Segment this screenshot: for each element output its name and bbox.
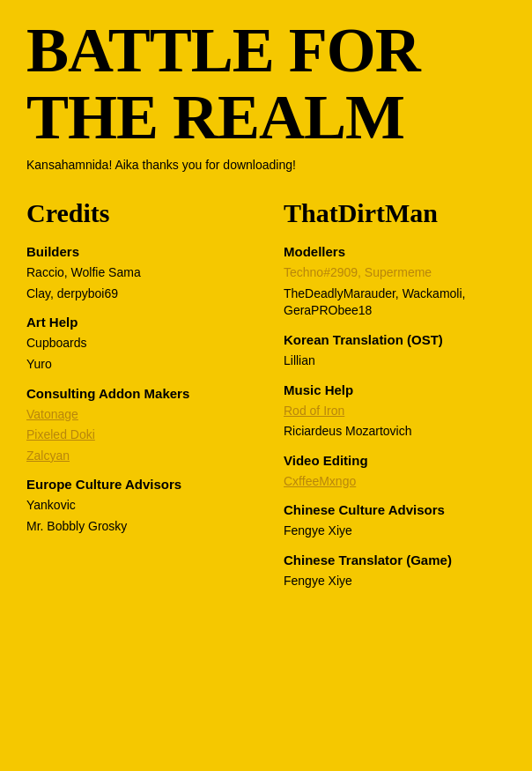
left-column: Credits BuildersRaccio, Wolfie SamaClay,… [26, 198, 257, 593]
section-title: Video Editing [284, 453, 506, 468]
section-title: Modellers [284, 244, 506, 259]
section-title: Music Help [284, 382, 506, 397]
section-item: Raccio, Wolfie Sama [26, 264, 248, 282]
right-column: ThatDirtMan ModellersTechno#2909, Superm… [275, 198, 506, 593]
subtitle: Kansahamnida! Aika thanks you for downlo… [26, 158, 506, 172]
section-item: TheDeadlyMarauder, Wackamoli, GeraPRObee… [284, 285, 506, 320]
page-title: BATTLE FORTHE REALM [26, 18, 506, 151]
section-item: Fengye Xiye [284, 573, 506, 590]
section-item[interactable]: Zalcyan [26, 448, 248, 465]
section-title: Europe Culture Advisors [26, 477, 248, 492]
section-title: Chinese Culture Advisors [284, 502, 506, 517]
section-item: Riciardeus Mozartovich [284, 423, 506, 441]
section-item: Lillian [284, 352, 506, 370]
right-sections: ModellersTechno#2909, SupermemeTheDeadly… [284, 244, 506, 589]
section-item: Clay, derpyboi69 [26, 285, 248, 303]
section-item: Fengye Xiye [284, 523, 506, 540]
right-column-header: ThatDirtMan [284, 198, 506, 228]
section-title: Consulting Addon Makers [26, 386, 248, 401]
section-title: Art Help [26, 315, 248, 330]
section-item: Yuro [26, 356, 248, 374]
section-title: Korean Translation (OST) [284, 332, 506, 347]
left-column-header: Credits [26, 198, 248, 228]
section-item[interactable]: Pixeled Doki [26, 426, 248, 444]
section-title: Chinese Translator (Game) [284, 552, 506, 567]
section-item: Techno#2909, Supermeme [284, 264, 506, 282]
section-item[interactable]: Rod of Iron [284, 403, 506, 420]
section-item[interactable]: Vatonage [26, 406, 248, 424]
section-item: Mr. Bobbly Grosky [26, 518, 248, 536]
left-sections: BuildersRaccio, Wolfie SamaClay, derpybo… [26, 244, 248, 535]
section-title: Builders [26, 244, 248, 259]
section-item[interactable]: CxffeeMxngo [284, 473, 506, 491]
section-item: Yankovic [26, 497, 248, 515]
section-item: Cupboards [26, 335, 248, 352]
